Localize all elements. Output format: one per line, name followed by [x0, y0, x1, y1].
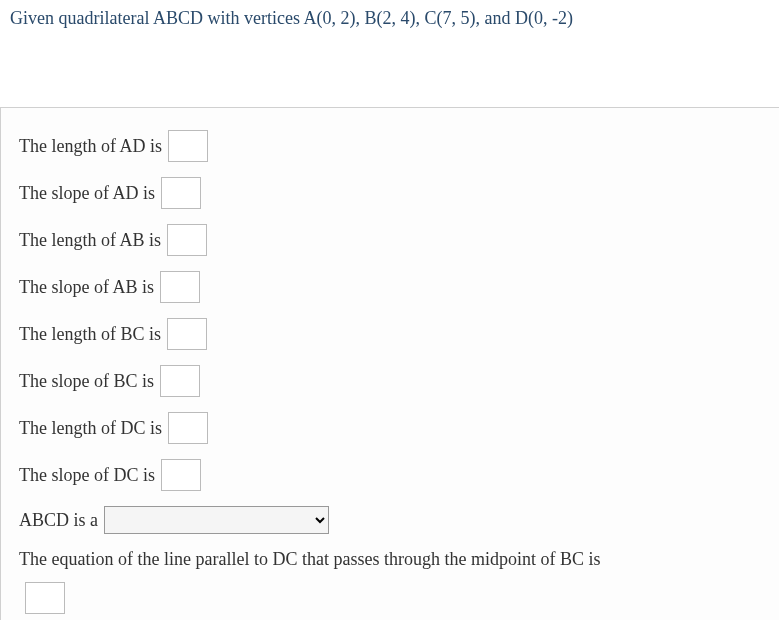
- row-slope-ad: The slope of AD is: [19, 177, 761, 209]
- label-slope-dc: The slope of DC is: [19, 465, 155, 486]
- row-slope-ab: The slope of AB is: [19, 271, 761, 303]
- question-prompt: Given quadrilateral ABCD with vertices A…: [0, 0, 779, 29]
- row-length-bc: The length of BC is: [19, 318, 761, 350]
- label-slope-bc: The slope of BC is: [19, 371, 154, 392]
- label-length-bc: The length of BC is: [19, 324, 161, 345]
- label-length-dc: The length of DC is: [19, 418, 162, 439]
- input-length-dc[interactable]: [168, 412, 208, 444]
- label-equation: The equation of the line parallel to DC …: [19, 549, 761, 570]
- input-length-bc[interactable]: [167, 318, 207, 350]
- input-slope-ad[interactable]: [161, 177, 201, 209]
- input-equation-answer[interactable]: [25, 582, 65, 614]
- label-length-ab: The length of AB is: [19, 230, 161, 251]
- label-slope-ad: The slope of AD is: [19, 183, 155, 204]
- input-length-ad[interactable]: [168, 130, 208, 162]
- row-slope-bc: The slope of BC is: [19, 365, 761, 397]
- label-abcd-is: ABCD is a: [19, 510, 98, 531]
- select-abcd-type[interactable]: [104, 506, 329, 534]
- row-abcd-type: ABCD is a: [19, 506, 761, 534]
- answer-container: The length of AD is The slope of AD is T…: [0, 107, 779, 620]
- row-length-ad: The length of AD is: [19, 130, 761, 162]
- row-slope-dc: The slope of DC is: [19, 459, 761, 491]
- row-length-dc: The length of DC is: [19, 412, 761, 444]
- row-length-ab: The length of AB is: [19, 224, 761, 256]
- row-equation-answer: [19, 582, 761, 614]
- input-length-ab[interactable]: [167, 224, 207, 256]
- input-slope-ab[interactable]: [160, 271, 200, 303]
- input-slope-bc[interactable]: [160, 365, 200, 397]
- label-slope-ab: The slope of AB is: [19, 277, 154, 298]
- input-slope-dc[interactable]: [161, 459, 201, 491]
- label-length-ad: The length of AD is: [19, 136, 162, 157]
